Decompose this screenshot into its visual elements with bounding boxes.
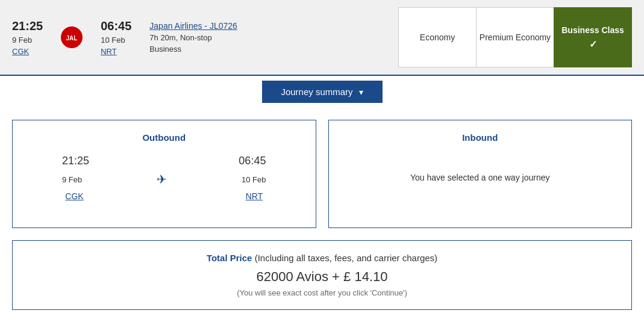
- outbound-arrival-code[interactable]: NRT: [246, 191, 263, 201]
- svg-text:JAL: JAL: [66, 35, 78, 42]
- inbound-title: Inbound: [341, 132, 620, 143]
- flight-duration: 7h 20m, Non-stop: [149, 33, 237, 42]
- departure-block: 21:25 9 Feb CGK: [12, 19, 43, 56]
- departure-date: 9 Feb: [12, 36, 43, 45]
- business-class-label: Business Class: [561, 25, 624, 35]
- inbound-card: Inbound You have selected a one way jour…: [328, 120, 633, 228]
- flight-details: Japan Airlines - JL0726 7h 20m, Non-stop…: [149, 21, 237, 54]
- price-title-bold: Total Price: [207, 253, 252, 263]
- journey-summary-button[interactable]: Journey summary ▾: [262, 81, 383, 103]
- outbound-departure-code[interactable]: CGK: [65, 191, 83, 201]
- check-icon: ✓: [589, 39, 597, 50]
- outbound-departure-time: 21:25: [62, 155, 89, 167]
- jal-logo: JAL: [61, 26, 83, 48]
- outbound-departure-date: 9 Feb: [62, 175, 82, 184]
- jal-crane-icon: JAL: [63, 29, 80, 46]
- departure-code-link[interactable]: CGK: [12, 47, 43, 56]
- departure-time: 21:25: [12, 19, 43, 33]
- outbound-codes: CGK NRT: [25, 191, 304, 201]
- jal-circle-icon: JAL: [61, 26, 83, 48]
- premium-economy-button[interactable]: Premium Economy: [476, 7, 554, 67]
- outbound-card: Outbound 21:25 06:45 9 Feb ✈ 10 Feb CGK …: [12, 120, 316, 228]
- flight-info-left: 21:25 9 Feb CGK JAL 06:45 10 Feb NRT Jap…: [12, 19, 386, 56]
- price-card: Total Price (Including all taxes, fees, …: [12, 240, 632, 310]
- main-content: Outbound 21:25 06:45 9 Feb ✈ 10 Feb CGK …: [0, 108, 644, 322]
- arrival-block: 06:45 10 Feb NRT: [101, 19, 131, 56]
- economy-button[interactable]: Economy: [398, 7, 477, 67]
- flight-cabin-class: Business: [149, 45, 237, 54]
- outbound-arrival-date: 10 Feb: [242, 175, 266, 184]
- outbound-arrival-time: 06:45: [239, 155, 266, 167]
- plane-icon: ✈: [157, 172, 167, 187]
- airline-link[interactable]: Japan Airlines - JL0726: [149, 21, 237, 31]
- price-title: Total Price (Including all taxes, fees, …: [25, 253, 619, 263]
- business-class-button[interactable]: Business Class ✓: [554, 7, 632, 67]
- price-note: (You will see exact cost after you click…: [25, 288, 619, 297]
- arrival-time: 06:45: [101, 19, 131, 33]
- price-title-normal: (Including all taxes, fees, and carrier …: [252, 253, 437, 263]
- class-selector: Economy Premium Economy Business Class ✓: [398, 7, 632, 67]
- journey-summary-label: Journey summary: [281, 87, 352, 97]
- arrival-date: 10 Feb: [101, 36, 131, 45]
- summary-cards: Outbound 21:25 06:45 9 Feb ✈ 10 Feb CGK …: [12, 120, 632, 228]
- flight-bar: 21:25 9 Feb CGK JAL 06:45 10 Feb NRT Jap…: [0, 0, 644, 76]
- outbound-times: 21:25 06:45: [25, 155, 304, 167]
- chevron-down-icon: ▾: [359, 87, 363, 97]
- outbound-dates: 9 Feb ✈ 10 Feb: [25, 172, 304, 187]
- price-amount: 62000 Avios + £ 14.10: [25, 269, 619, 285]
- arrival-code-link[interactable]: NRT: [101, 47, 131, 56]
- journey-summary-bar: Journey summary ▾: [0, 76, 644, 108]
- inbound-message: You have selected a one way journey: [341, 155, 620, 182]
- outbound-title: Outbound: [25, 132, 304, 143]
